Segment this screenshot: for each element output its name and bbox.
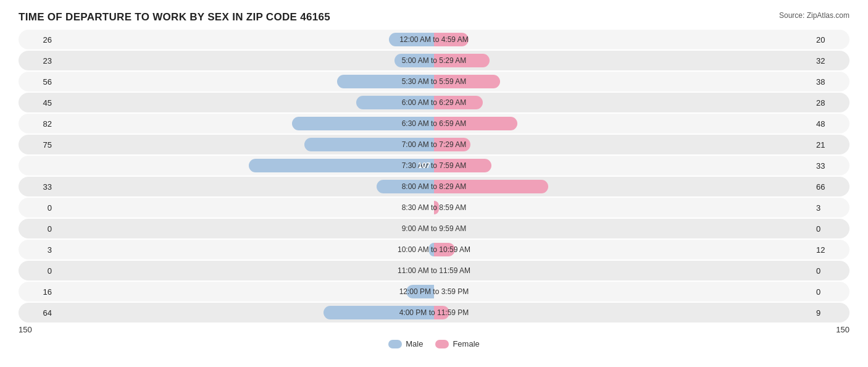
bars-center: 10:00 AM to 10:59 AM [56,240,812,259]
chart-row: 235:00 AM to 5:29 AM32 [19,51,849,70]
bars-center: 11:00 AM to 11:59 AM [56,261,812,281]
axis-left: 150 [19,325,32,334]
female-bar [434,159,491,172]
chart-container: TIME OF DEPARTURE TO WORK BY SEX IN ZIP … [0,0,868,367]
source-label: Source: ZipAtlas.com [779,11,849,20]
chart-row: 310:00 AM to 10:59 AM12 [19,240,849,259]
male-bar [249,159,434,172]
male-bar [406,285,434,298]
axis-right: 150 [836,325,849,334]
female-bar [434,180,548,193]
male-value: 0 [19,266,56,276]
male-value: 82 [19,119,56,129]
female-value: 66 [812,182,849,192]
bars-center: 8:30 AM to 8:59 AM [56,198,812,217]
female-value: 12 [812,245,849,255]
female-value: 9 [812,308,849,318]
legend-male: Male [388,339,423,348]
bars-center: 5:30 AM to 5:59 AM [56,72,812,91]
female-value: 0 [812,266,849,276]
chart-row: 456:00 AM to 6:29 AM28 [19,93,849,112]
male-value: 33 [19,182,56,192]
bars-center: 4:00 PM to 11:59 PM [56,303,812,323]
female-bar [434,138,470,151]
female-value: 0 [812,287,849,297]
female-value: 3 [812,203,849,213]
female-value: 28 [812,98,849,108]
male-bar [323,306,434,319]
male-bar [377,180,434,193]
bars-center: 12:00 AM to 4:59 AM [56,30,812,49]
male-bar [389,33,434,46]
bars-center: 7:30 AM to 7:59 AM107 [56,156,812,175]
female-bar [434,33,469,46]
female-bar [434,54,490,67]
female-bar [434,117,517,130]
chart-area: 2612:00 AM to 4:59 AM20235:00 AM to 5:29… [19,30,849,323]
chart-row: 08:30 AM to 8:59 AM3 [19,198,849,217]
chart-row: 644:00 PM to 11:59 PM9 [19,303,849,323]
male-value: 0 [19,203,56,213]
male-bar [292,117,434,130]
male-swatch [388,340,402,348]
male-bar [394,54,434,67]
female-bar [434,201,439,214]
male-value: 45 [19,98,56,108]
axis-labels: 150 150 [19,325,849,334]
bars-center: 12:00 PM to 3:59 PM [56,282,812,302]
male-value: 16 [19,287,56,297]
chart-title: TIME OF DEPARTURE TO WORK BY SEX IN ZIP … [19,11,849,23]
chart-row: 7:30 AM to 7:59 AM10733 [19,156,849,175]
legend-female: Female [435,339,479,348]
time-label: 11:00 AM to 11:59 AM [398,266,470,275]
legend: Male Female [19,339,849,348]
female-value: 0 [812,224,849,234]
bars-center: 5:00 AM to 5:29 AM [56,51,812,70]
male-value: 75 [19,140,56,150]
male-value: 26 [19,35,56,44]
male-bar [429,243,434,256]
male-value: 64 [19,308,56,318]
female-value: 32 [812,56,849,65]
chart-row: 565:30 AM to 5:59 AM38 [19,72,849,91]
male-bar [304,138,434,151]
chart-row: 2612:00 AM to 4:59 AM20 [19,30,849,49]
female-value: 20 [812,35,849,44]
chart-row: 826:30 AM to 6:59 AM48 [19,114,849,133]
bars-center: 8:00 AM to 8:29 AM [56,177,812,196]
bars-center: 9:00 AM to 9:59 AM [56,219,812,238]
male-value: 56 [19,77,56,86]
female-bar [434,243,455,256]
time-label: 9:00 AM to 9:59 AM [402,224,467,233]
female-bar [434,306,449,319]
female-value: 33 [812,161,849,171]
male-value: 3 [19,245,56,255]
female-swatch [435,340,449,348]
male-bar [337,75,434,88]
bars-center: 6:00 AM to 6:29 AM [56,93,812,112]
female-value: 48 [812,119,849,129]
bars-center: 6:30 AM to 6:59 AM [56,114,812,133]
male-label: Male [406,339,423,348]
bars-center: 7:00 AM to 7:29 AM [56,135,812,154]
female-value: 21 [812,140,849,150]
chart-row: 1612:00 PM to 3:59 PM0 [19,282,849,302]
female-bar [434,96,483,109]
female-bar [434,75,500,88]
male-value: 0 [19,224,56,234]
male-value: 23 [19,56,56,65]
female-value: 38 [812,77,849,86]
chart-row: 757:00 AM to 7:29 AM21 [19,135,849,154]
chart-row: 338:00 AM to 8:29 AM66 [19,177,849,196]
female-label: Female [453,339,479,348]
male-bar [356,96,434,109]
chart-row: 09:00 AM to 9:59 AM0 [19,219,849,238]
chart-row: 011:00 AM to 11:59 AM0 [19,261,849,281]
